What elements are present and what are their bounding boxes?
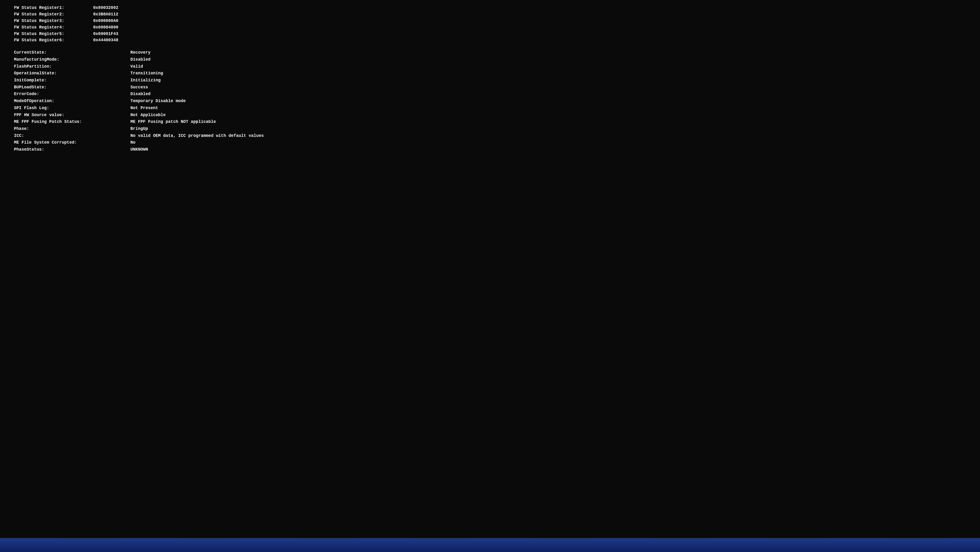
status-key-label: InitComplete: [14,77,130,84]
status-value: No [130,139,135,146]
fw-register-value: 0x000000A0 [93,18,118,24]
status-row: ICC:No valid OEM data, ICC programmed wi… [14,132,971,139]
status-row: PhaseStatus:UNKNOWN [14,146,971,153]
fw-register-row: FW Status Register5:0x00001F43 [14,31,971,37]
status-row: CurrentState:Recovery [14,49,971,56]
fw-register-value: 0x44400348 [93,37,118,44]
status-key-label: ModeOfOperation: [14,98,130,105]
status-key-label: ErrorCode: [14,91,130,98]
status-row: ME FPF Fusing Patch Status:ME FPF Fusing… [14,118,971,125]
status-value: Recovery [130,49,150,56]
fw-register-row: FW Status Register1:0x80032002 [14,5,971,11]
status-table-section: CurrentState:RecoveryManufacturingMode:D… [14,49,971,153]
fw-register-value: 0x00084000 [93,24,118,31]
status-value: ME FPF Fusing patch NOT applicable [130,118,216,125]
fw-register-row: FW Status Register2:0x3B8A0112 [14,11,971,18]
status-row: FlashPartition:Valid [14,63,971,70]
status-row: InitComplete:Initializing [14,77,971,84]
status-key-label: CurrentState: [14,49,130,56]
status-value: Valid [130,63,143,70]
status-value: Not Present [130,105,158,112]
fw-register-label: FW Status Register5: [14,31,93,37]
status-value: Temporary Disable mode [130,98,186,105]
status-key-label: ManufacturingMode: [14,56,130,63]
status-row: ME File System Corrupted:No [14,139,971,146]
status-row: OperationalState:Transitioning [14,70,971,77]
status-key-label: BUPLoadState: [14,84,130,91]
status-value: Disabled [130,91,150,98]
fw-registers-section: FW Status Register1:0x80032002FW Status … [14,5,971,44]
status-value: Transitioning [130,70,163,77]
status-value: UNKNOWN [130,146,148,153]
status-key-label: ICC: [14,132,130,139]
status-key-label: PhaseStatus: [14,146,130,153]
status-row: FPF HW Source value:Not Applicable [14,112,971,119]
fw-register-label: FW Status Register2: [14,11,93,18]
status-value: No valid OEM data, ICC programmed with d… [130,132,264,139]
status-value: BringUp [130,125,148,132]
status-key-label: ME File System Corrupted: [14,139,130,146]
status-value: Disabled [130,56,150,63]
status-row: Phase:BringUp [14,125,971,132]
status-value: Not Applicable [130,112,165,119]
status-row: ManufacturingMode:Disabled [14,56,971,63]
fw-register-label: FW Status Register3: [14,18,93,24]
fw-register-label: FW Status Register1: [14,5,93,11]
status-key-label: ME FPF Fusing Patch Status: [14,118,130,125]
terminal-screen: FW Status Register1:0x80032002FW Status … [0,0,980,538]
status-row: ModeOfOperation:Temporary Disable mode [14,98,971,105]
bottom-bar [0,538,980,552]
status-key-label: FlashPartition: [14,63,130,70]
status-row: SPI Flash Log:Not Present [14,105,971,112]
fw-register-row: FW Status Register6:0x44400348 [14,37,971,44]
fw-register-row: FW Status Register3:0x000000A0 [14,18,971,24]
status-key-label: Phase: [14,125,130,132]
status-row: ErrorCode:Disabled [14,91,971,98]
fw-register-value: 0x80032002 [93,5,118,11]
status-key-label: FPF HW Source value: [14,112,130,119]
fw-register-label: FW Status Register4: [14,24,93,31]
status-value: Initializing [130,77,161,84]
status-value: Success [130,84,148,91]
status-key-label: SPI Flash Log: [14,105,130,112]
fw-register-label: FW Status Register6: [14,37,93,44]
fw-register-row: FW Status Register4:0x00084000 [14,24,971,31]
fw-register-value: 0x00001F43 [93,31,118,37]
status-row: BUPLoadState:Success [14,84,971,91]
fw-register-value: 0x3B8A0112 [93,11,118,18]
status-key-label: OperationalState: [14,70,130,77]
